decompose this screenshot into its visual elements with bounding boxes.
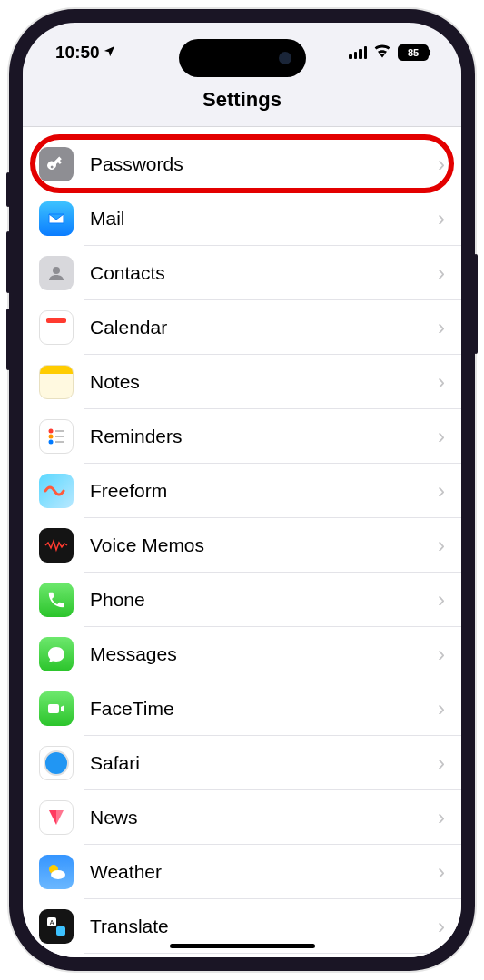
settings-item-news[interactable]: News › xyxy=(23,790,461,845)
chevron-right-icon: › xyxy=(438,642,445,667)
svg-point-5 xyxy=(49,440,54,445)
settings-item-label: Mail xyxy=(90,208,438,230)
chevron-right-icon: › xyxy=(438,750,445,776)
chevron-right-icon: › xyxy=(438,859,445,885)
settings-item-label: Safari xyxy=(90,752,438,774)
battery-icon: 85 xyxy=(398,44,429,61)
chevron-right-icon: › xyxy=(438,369,445,395)
facetime-icon xyxy=(39,691,74,726)
svg-rect-2 xyxy=(46,323,66,338)
translate-icon: A xyxy=(39,909,74,944)
settings-item-contacts[interactable]: Contacts › xyxy=(23,246,461,300)
settings-item-label: News xyxy=(90,807,438,828)
chevron-right-icon: › xyxy=(438,805,445,830)
home-indicator[interactable] xyxy=(170,944,315,949)
location-icon xyxy=(103,44,116,61)
contacts-icon xyxy=(39,256,74,290)
settings-item-label: Phone xyxy=(90,589,438,611)
settings-item-phone[interactable]: Phone › xyxy=(23,573,461,627)
svg-point-13 xyxy=(51,870,65,879)
chevron-right-icon: › xyxy=(438,533,445,558)
settings-item-freeform[interactable]: Freeform › xyxy=(23,464,461,518)
chevron-right-icon: › xyxy=(438,424,445,449)
svg-rect-9 xyxy=(48,704,59,713)
chevron-right-icon: › xyxy=(438,152,445,177)
cellular-signal-icon xyxy=(349,46,367,59)
svg-point-0 xyxy=(53,267,60,274)
news-icon xyxy=(39,800,74,835)
settings-item-label: Translate xyxy=(90,916,438,937)
phone-screen: 10:50 85 Settings xyxy=(23,23,461,957)
dynamic-island xyxy=(179,39,306,77)
settings-item-label: Passwords xyxy=(90,153,438,175)
chevron-right-icon: › xyxy=(438,206,445,231)
freeform-icon xyxy=(39,474,74,508)
mail-icon xyxy=(39,201,74,236)
svg-rect-15 xyxy=(56,926,65,936)
messages-icon xyxy=(39,637,74,671)
status-time: 10:50 xyxy=(55,43,100,63)
silent-switch[interactable] xyxy=(6,172,10,207)
volume-up-button[interactable] xyxy=(6,231,10,293)
settings-item-messages[interactable]: Messages › xyxy=(23,627,461,681)
settings-item-notes[interactable]: Notes › xyxy=(23,355,461,409)
safari-icon xyxy=(39,746,74,780)
settings-list: Passwords › Mail › Contacts › xyxy=(23,127,461,957)
settings-item-label: Freeform xyxy=(90,480,438,502)
settings-item-label: Contacts xyxy=(90,262,438,284)
settings-item-facetime[interactable]: FaceTime › xyxy=(23,681,461,736)
svg-rect-1 xyxy=(46,318,66,323)
chevron-right-icon: › xyxy=(438,587,445,612)
settings-item-maps[interactable]: Maps › xyxy=(23,954,461,957)
svg-text:A: A xyxy=(50,919,54,926)
voicememos-icon xyxy=(39,528,74,563)
key-icon xyxy=(39,147,74,181)
power-button[interactable] xyxy=(474,254,478,354)
chevron-right-icon: › xyxy=(438,696,445,721)
chevron-right-icon: › xyxy=(438,315,445,340)
settings-item-label: FaceTime xyxy=(90,698,438,720)
chevron-right-icon: › xyxy=(438,260,445,286)
chevron-right-icon: › xyxy=(438,914,445,939)
settings-item-mail[interactable]: Mail › xyxy=(23,191,461,246)
settings-item-label: Voice Memos xyxy=(90,534,438,556)
chevron-right-icon: › xyxy=(438,478,445,504)
settings-item-voicememos[interactable]: Voice Memos › xyxy=(23,518,461,573)
phone-frame: 10:50 85 Settings xyxy=(9,9,475,971)
settings-item-weather[interactable]: Weather › xyxy=(23,845,461,899)
settings-item-label: Reminders xyxy=(90,426,438,447)
weather-icon xyxy=(39,855,74,889)
svg-point-4 xyxy=(49,435,54,439)
notes-icon xyxy=(39,365,74,399)
settings-item-label: Messages xyxy=(90,643,438,665)
status-left: 10:50 xyxy=(55,43,116,63)
settings-item-passwords[interactable]: Passwords › xyxy=(23,127,461,191)
phone-icon xyxy=(39,583,74,617)
volume-down-button[interactable] xyxy=(6,309,10,370)
settings-item-reminders[interactable]: Reminders › xyxy=(23,409,461,464)
settings-item-safari[interactable]: Safari › xyxy=(23,736,461,790)
settings-item-label: Notes xyxy=(90,371,438,393)
settings-item-label: Calendar xyxy=(90,317,438,338)
status-right: 85 xyxy=(349,43,429,63)
settings-item-label: Weather xyxy=(90,861,438,883)
battery-level: 85 xyxy=(408,47,419,58)
settings-item-calendar[interactable]: Calendar › xyxy=(23,300,461,355)
reminders-icon xyxy=(39,419,74,454)
calendar-icon xyxy=(39,310,74,345)
wifi-icon xyxy=(373,43,391,63)
svg-point-3 xyxy=(49,429,54,434)
